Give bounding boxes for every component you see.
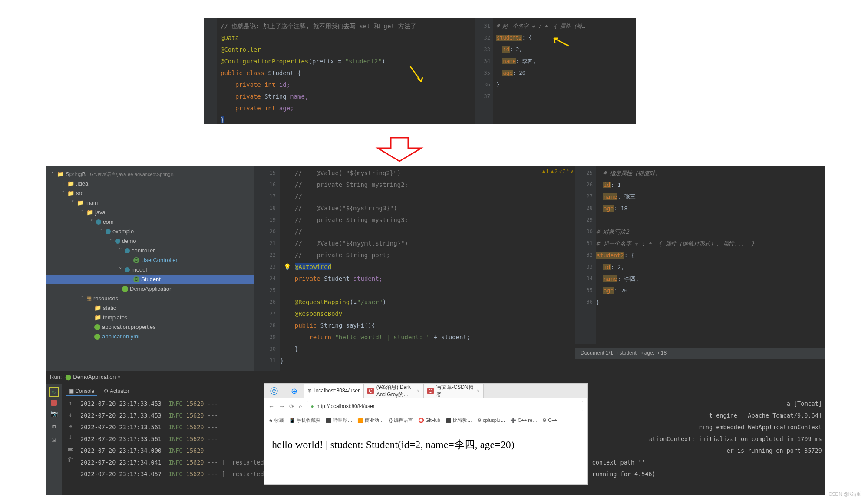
tree-example[interactable]: ˅ example xyxy=(46,227,254,236)
browser-tabs: ⓔ ⊕ ⊕localhost:8084/user× C(9条消息) Dark A… xyxy=(264,384,587,398)
bookmark-item[interactable]: ⬛ 哔哩哔… xyxy=(326,417,352,424)
tab-console[interactable]: ▣ Console xyxy=(66,387,97,396)
browser-tab-3[interactable]: C写文章-CSDN博客× xyxy=(424,384,484,398)
tree-templates[interactable]: 📁 templates xyxy=(46,313,254,322)
browser-tab-1[interactable]: ⊕localhost:8084/user× xyxy=(304,384,364,398)
up-icon[interactable]: ↑ xyxy=(66,399,75,408)
ann-configprops: @ConfigurationProperties xyxy=(221,58,308,65)
yaml-code[interactable]: # 起一个名字 + : + { 属性 (键… student2: { id: 2… xyxy=(493,18,636,124)
right-yaml-editor[interactable]: 252627282930313233343536 # 指定属性（键值对） id:… xyxy=(575,166,825,344)
scroll-icon[interactable]: ⤓ xyxy=(66,433,75,441)
wrap-icon[interactable]: ⇥ xyxy=(66,421,75,430)
url-input[interactable]: ●http://localhost:8084/user xyxy=(307,401,583,411)
bookmark-item[interactable]: 🟧 商业动… xyxy=(357,417,384,424)
tree-main[interactable]: ˅📁 main xyxy=(46,198,254,208)
close-icon[interactable]: × xyxy=(417,388,420,394)
gutter xyxy=(204,18,217,124)
top-yaml-editor: 31323334353637 # 起一个名字 + : + { 属性 (键… st… xyxy=(475,18,636,124)
gutter: 31323334353637 xyxy=(475,18,493,124)
project-tree[interactable]: ˅📁 SpringBG:\Java语言\java-ee-advanced\Spr… xyxy=(46,166,254,371)
reload-button[interactable]: ⟳ xyxy=(289,403,294,410)
address-bar: ← → ⟳ ⌂ ●http://localhost:8084/user xyxy=(264,398,587,414)
forward-button[interactable]: → xyxy=(279,403,285,410)
center-editor[interactable]: ▲1 ▲2 ✓7 ^ ∨ 151617181920212223242526272… xyxy=(254,166,575,371)
page-body: hello world! | student: Student(id=2, na… xyxy=(264,427,587,462)
tree-usercontroller[interactable]: C UserController xyxy=(46,255,254,265)
bookmark-item[interactable]: ★ 收藏 xyxy=(268,417,284,424)
tree-model[interactable]: ˅ model xyxy=(46,265,254,275)
bookmark-item[interactable]: ⬛ 比特教… xyxy=(446,417,472,424)
gutter: 252627282930313233343536 xyxy=(575,166,596,344)
tab-actuator[interactable]: ⚙ Actuator xyxy=(101,387,132,396)
new-tab-icon[interactable]: ⊕ xyxy=(284,384,304,398)
ann-data: @Data xyxy=(221,34,239,41)
bookmark-item[interactable]: ⭕ GitHub xyxy=(418,418,440,423)
tree-app-yml[interactable]: application.yml xyxy=(46,332,254,342)
tree-root[interactable]: ˅📁 SpringBG:\Java语言\java-ee-advanced\Spr… xyxy=(46,169,254,179)
browser-tab-2[interactable]: C(9条消息) Dark And Grey的…× xyxy=(364,384,424,398)
run-toolbar: ↻ 📷 ⊞ ⇲ xyxy=(46,384,62,495)
tree-com[interactable]: ˅ com xyxy=(46,217,254,227)
rerun-button[interactable]: ↻ xyxy=(49,387,59,397)
bookmark-item[interactable]: ➕ C++ re… xyxy=(510,418,537,423)
bookmark-item[interactable]: {} 编程语言 xyxy=(389,417,413,424)
top-java-editor: // 也就是说: 加上了这个注释, 就不用我们去写 set 和 get 方法了 … xyxy=(204,18,517,124)
tree-static[interactable]: 📁 static xyxy=(46,303,254,313)
bookmark-item[interactable]: 📱 手机收藏夹 xyxy=(289,417,320,424)
breadcrumb[interactable]: Document 1/1 › student: › age: › 18 xyxy=(575,348,825,359)
tree-src[interactable]: ˅📁 src xyxy=(46,189,254,198)
bookmark-item[interactable]: ⚙ C++ xyxy=(542,418,557,423)
close-icon[interactable]: × xyxy=(477,388,480,394)
yellow-arrow-right xyxy=(551,36,572,49)
lock-icon: ● xyxy=(310,403,314,409)
watermark: CSDN @K站重 xyxy=(828,491,861,498)
pin-icon[interactable]: ⇲ xyxy=(49,435,59,445)
stop-button[interactable] xyxy=(51,400,57,406)
tree-java[interactable]: ˅📁 java xyxy=(46,208,254,217)
inspection-widget[interactable]: ▲1 ▲2 ✓7 ^ ∨ xyxy=(541,169,574,174)
ann-controller: @Controller xyxy=(221,46,261,53)
tree-idea[interactable]: ›📁 .idea xyxy=(46,179,254,189)
yellow-arrow-left xyxy=(408,64,426,86)
tree-demo[interactable]: ˅ demo xyxy=(46,236,254,246)
run-title: Run: ⬤ DemoApplication × xyxy=(46,371,825,383)
down-icon[interactable]: ↓ xyxy=(66,410,75,419)
ann-autowired: @Autowired xyxy=(295,263,331,270)
tree-resources[interactable]: ˅▦ resources xyxy=(46,294,254,303)
bookmarks-bar: ★ 收藏📱 手机收藏夹⬛ 哔哩哔…🟧 商业动…{} 编程语言⭕ GitHub⬛ … xyxy=(264,414,587,427)
layout-icon[interactable]: ⊞ xyxy=(49,421,59,432)
clear-icon[interactable]: 🗑 xyxy=(66,455,75,464)
red-arrow-icon xyxy=(373,137,426,163)
yaml-code[interactable]: # 指定属性（键值对） id: 1 name: 张三 age: 18 # 对象写… xyxy=(596,166,825,344)
console-toolbar: ↑ ↓ ⇥ ⤓ 🖶 🗑 xyxy=(64,396,77,494)
tree-demoapp[interactable]: DemoApplication xyxy=(46,284,254,294)
camera-icon[interactable]: 📷 xyxy=(49,408,59,419)
gutter: 1516171819202122232425262728293031 xyxy=(254,166,280,371)
bookmark-item[interactable]: ⚙ cplusplu… xyxy=(477,418,505,423)
tree-student[interactable]: C Student xyxy=(46,275,254,284)
tree-controller[interactable]: ˅ controller xyxy=(46,246,254,255)
back-button[interactable]: ← xyxy=(268,403,274,410)
print-icon[interactable]: 🖶 xyxy=(66,444,75,453)
code[interactable]: // 也就是说: 加上了这个注释, 就不用我们去写 set 和 get 方法了 … xyxy=(217,18,517,124)
tree-app-props[interactable]: application.properties xyxy=(46,322,254,332)
code[interactable]: // @Value( "${mystring2}") // private St… xyxy=(280,166,575,371)
home-button[interactable]: ⌂ xyxy=(299,403,302,410)
browser-window: ⓔ ⊕ ⊕localhost:8084/user× C(9条消息) Dark A… xyxy=(264,383,588,485)
edge-icon[interactable]: ⓔ xyxy=(264,384,284,398)
main-ide: ˅📁 SpringBG:\Java语言\java-ee-advanced\Spr… xyxy=(46,166,825,371)
comment-line: // 也就是说: 加上了这个注释, 就不用我们去写 set 和 get 方法了 xyxy=(221,23,416,30)
